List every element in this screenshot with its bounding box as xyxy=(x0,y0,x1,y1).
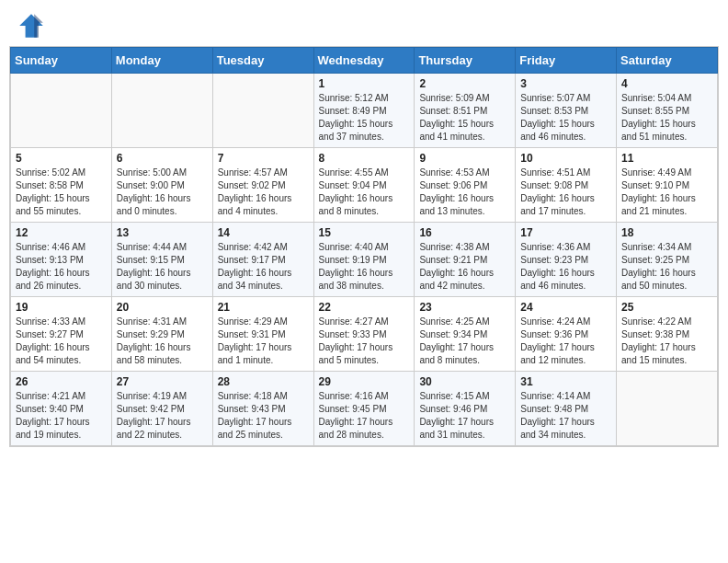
calendar-cell: 18Sunrise: 4:34 AM Sunset: 9:25 PM Dayli… xyxy=(617,223,718,297)
day-number: 12 xyxy=(16,226,107,239)
calendar-cell xyxy=(617,372,718,446)
weekday-header-thursday: Thursday xyxy=(415,48,516,74)
day-number: 6 xyxy=(117,152,208,165)
day-number: 18 xyxy=(621,226,712,239)
week-row-2: 5Sunrise: 5:02 AM Sunset: 8:58 PM Daylig… xyxy=(11,148,718,223)
day-number: 10 xyxy=(520,152,611,165)
calendar-cell: 23Sunrise: 4:25 AM Sunset: 9:34 PM Dayli… xyxy=(415,297,516,372)
day-number: 25 xyxy=(621,301,712,314)
day-info: Sunrise: 5:00 AM Sunset: 9:00 PM Dayligh… xyxy=(117,167,208,218)
calendar-cell: 25Sunrise: 4:22 AM Sunset: 9:38 PM Dayli… xyxy=(617,297,718,372)
day-number: 9 xyxy=(419,152,510,165)
calendar-cell xyxy=(111,74,212,148)
day-number: 22 xyxy=(319,301,410,314)
day-number: 30 xyxy=(419,375,510,388)
day-number: 16 xyxy=(419,226,510,239)
day-number: 23 xyxy=(419,301,510,314)
weekday-header-monday: Monday xyxy=(111,48,212,74)
calendar-cell: 29Sunrise: 4:16 AM Sunset: 9:45 PM Dayli… xyxy=(313,372,415,446)
day-number: 21 xyxy=(218,301,309,314)
day-info: Sunrise: 5:07 AM Sunset: 8:53 PM Dayligh… xyxy=(520,92,611,144)
day-number: 4 xyxy=(621,77,712,90)
day-info: Sunrise: 4:57 AM Sunset: 9:02 PM Dayligh… xyxy=(218,167,309,218)
day-info: Sunrise: 4:16 AM Sunset: 9:45 PM Dayligh… xyxy=(319,390,410,442)
weekday-header-wednesday: Wednesday xyxy=(313,48,415,74)
day-info: Sunrise: 5:12 AM Sunset: 8:49 PM Dayligh… xyxy=(319,92,410,144)
day-number: 20 xyxy=(117,301,208,314)
day-info: Sunrise: 5:09 AM Sunset: 8:51 PM Dayligh… xyxy=(419,92,510,144)
weekday-header-row: SundayMondayTuesdayWednesdayThursdayFrid… xyxy=(11,48,718,74)
day-number: 1 xyxy=(319,77,410,90)
calendar-cell: 24Sunrise: 4:24 AM Sunset: 9:36 PM Dayli… xyxy=(516,297,617,372)
calendar-cell: 20Sunrise: 4:31 AM Sunset: 9:29 PM Dayli… xyxy=(111,297,212,372)
day-number: 15 xyxy=(319,226,410,239)
weekday-header-saturday: Saturday xyxy=(617,48,718,74)
calendar-cell: 5Sunrise: 5:02 AM Sunset: 8:58 PM Daylig… xyxy=(11,148,112,223)
calendar-cell: 7Sunrise: 4:57 AM Sunset: 9:02 PM Daylig… xyxy=(212,148,313,223)
day-info: Sunrise: 4:24 AM Sunset: 9:36 PM Dayligh… xyxy=(520,316,611,367)
weekday-header-tuesday: Tuesday xyxy=(212,48,313,74)
calendar-cell: 26Sunrise: 4:21 AM Sunset: 9:40 PM Dayli… xyxy=(11,372,112,446)
day-info: Sunrise: 4:40 AM Sunset: 9:19 PM Dayligh… xyxy=(319,241,410,293)
calendar-cell: 6Sunrise: 5:00 AM Sunset: 9:00 PM Daylig… xyxy=(111,148,212,223)
day-info: Sunrise: 4:27 AM Sunset: 9:33 PM Dayligh… xyxy=(319,316,410,367)
calendar-cell: 10Sunrise: 4:51 AM Sunset: 9:08 PM Dayli… xyxy=(516,148,617,223)
page: SundayMondayTuesdayWednesdayThursdayFrid… xyxy=(0,0,728,563)
calendar-cell: 9Sunrise: 4:53 AM Sunset: 9:06 PM Daylig… xyxy=(415,148,516,223)
day-info: Sunrise: 4:46 AM Sunset: 9:13 PM Dayligh… xyxy=(16,241,107,293)
day-info: Sunrise: 4:33 AM Sunset: 9:27 PM Dayligh… xyxy=(16,316,107,367)
logo xyxy=(17,11,50,40)
day-info: Sunrise: 4:38 AM Sunset: 9:21 PM Dayligh… xyxy=(419,241,510,293)
header xyxy=(0,0,728,46)
week-row-5: 26Sunrise: 4:21 AM Sunset: 9:40 PM Dayli… xyxy=(11,372,718,446)
logo-icon xyxy=(17,11,46,40)
day-info: Sunrise: 4:21 AM Sunset: 9:40 PM Dayligh… xyxy=(16,390,107,442)
day-info: Sunrise: 4:25 AM Sunset: 9:34 PM Dayligh… xyxy=(419,316,510,367)
day-number: 27 xyxy=(117,375,208,388)
calendar-cell: 28Sunrise: 4:18 AM Sunset: 9:43 PM Dayli… xyxy=(212,372,313,446)
calendar-cell: 27Sunrise: 4:19 AM Sunset: 9:42 PM Dayli… xyxy=(111,372,212,446)
weekday-header-friday: Friday xyxy=(516,48,617,74)
calendar-cell: 21Sunrise: 4:29 AM Sunset: 9:31 PM Dayli… xyxy=(212,297,313,372)
calendar-cell: 12Sunrise: 4:46 AM Sunset: 9:13 PM Dayli… xyxy=(11,223,112,297)
day-info: Sunrise: 4:34 AM Sunset: 9:25 PM Dayligh… xyxy=(621,241,712,293)
calendar-cell: 30Sunrise: 4:15 AM Sunset: 9:46 PM Dayli… xyxy=(415,372,516,446)
day-number: 2 xyxy=(419,77,510,90)
calendar-cell: 14Sunrise: 4:42 AM Sunset: 9:17 PM Dayli… xyxy=(212,223,313,297)
calendar-cell: 1Sunrise: 5:12 AM Sunset: 8:49 PM Daylig… xyxy=(313,74,415,148)
day-info: Sunrise: 4:14 AM Sunset: 9:48 PM Dayligh… xyxy=(520,390,611,442)
day-info: Sunrise: 4:29 AM Sunset: 9:31 PM Dayligh… xyxy=(218,316,309,367)
day-number: 26 xyxy=(16,375,107,388)
day-info: Sunrise: 4:53 AM Sunset: 9:06 PM Dayligh… xyxy=(419,167,510,218)
calendar: SundayMondayTuesdayWednesdayThursdayFrid… xyxy=(9,46,719,447)
day-info: Sunrise: 4:18 AM Sunset: 9:43 PM Dayligh… xyxy=(218,390,309,442)
week-row-4: 19Sunrise: 4:33 AM Sunset: 9:27 PM Dayli… xyxy=(11,297,718,372)
day-number: 11 xyxy=(621,152,712,165)
day-info: Sunrise: 4:15 AM Sunset: 9:46 PM Dayligh… xyxy=(419,390,510,442)
day-number: 5 xyxy=(16,152,107,165)
week-row-3: 12Sunrise: 4:46 AM Sunset: 9:13 PM Dayli… xyxy=(11,223,718,297)
calendar-cell: 4Sunrise: 5:04 AM Sunset: 8:55 PM Daylig… xyxy=(617,74,718,148)
day-number: 7 xyxy=(218,152,309,165)
day-info: Sunrise: 4:31 AM Sunset: 9:29 PM Dayligh… xyxy=(117,316,208,367)
day-info: Sunrise: 4:51 AM Sunset: 9:08 PM Dayligh… xyxy=(520,167,611,218)
calendar-cell: 19Sunrise: 4:33 AM Sunset: 9:27 PM Dayli… xyxy=(11,297,112,372)
calendar-cell: 8Sunrise: 4:55 AM Sunset: 9:04 PM Daylig… xyxy=(313,148,415,223)
day-number: 24 xyxy=(520,301,611,314)
day-number: 17 xyxy=(520,226,611,239)
day-info: Sunrise: 5:02 AM Sunset: 8:58 PM Dayligh… xyxy=(16,167,107,218)
day-info: Sunrise: 4:36 AM Sunset: 9:23 PM Dayligh… xyxy=(520,241,611,293)
day-number: 29 xyxy=(319,375,410,388)
day-number: 31 xyxy=(520,375,611,388)
day-number: 14 xyxy=(218,226,309,239)
day-info: Sunrise: 4:49 AM Sunset: 9:10 PM Dayligh… xyxy=(621,167,712,218)
week-row-1: 1Sunrise: 5:12 AM Sunset: 8:49 PM Daylig… xyxy=(11,74,718,148)
day-info: Sunrise: 4:19 AM Sunset: 9:42 PM Dayligh… xyxy=(117,390,208,442)
day-number: 28 xyxy=(218,375,309,388)
day-info: Sunrise: 4:44 AM Sunset: 9:15 PM Dayligh… xyxy=(117,241,208,293)
weekday-header-sunday: Sunday xyxy=(11,48,112,74)
calendar-cell: 31Sunrise: 4:14 AM Sunset: 9:48 PM Dayli… xyxy=(516,372,617,446)
calendar-cell xyxy=(11,74,112,148)
day-info: Sunrise: 4:55 AM Sunset: 9:04 PM Dayligh… xyxy=(319,167,410,218)
calendar-cell: 15Sunrise: 4:40 AM Sunset: 9:19 PM Dayli… xyxy=(313,223,415,297)
